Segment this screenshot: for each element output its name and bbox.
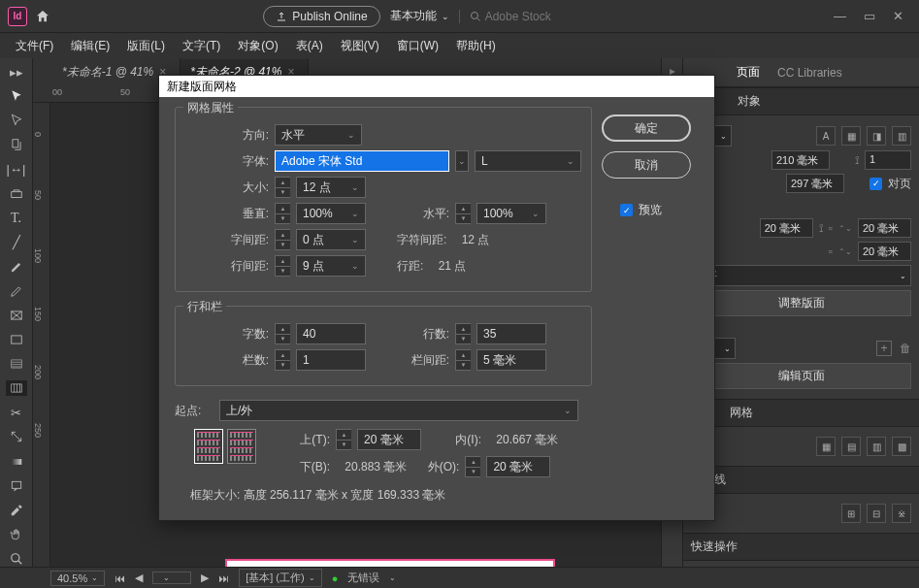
menu-view[interactable]: 视图(V) bbox=[333, 35, 387, 57]
stock-search[interactable] bbox=[459, 10, 621, 23]
publish-online-button[interactable]: Publish Online bbox=[263, 6, 379, 27]
menu-layout[interactable]: 版面(L) bbox=[119, 35, 173, 57]
prev-page-icon[interactable]: ◀ bbox=[135, 572, 143, 584]
ok-button[interactable]: 确定 bbox=[602, 114, 691, 142]
grid-view-icon[interactable]: ▥ bbox=[867, 437, 886, 456]
value-field[interactable]: 1 bbox=[865, 150, 911, 170]
lineaki-spinner[interactable]: ▲▼ bbox=[275, 255, 290, 277]
horiz-spinner[interactable]: ▲▼ bbox=[455, 203, 471, 224]
guide-icon[interactable]: ⊟ bbox=[867, 504, 886, 523]
size-spinner[interactable]: ▲▼ bbox=[275, 177, 290, 198]
top-spinner[interactable]: ▲▼ bbox=[336, 429, 351, 450]
profile-dropdown[interactable]: [基本] (工作)⌄ bbox=[239, 569, 322, 587]
horizontal-grid-tool[interactable] bbox=[6, 356, 27, 372]
home-icon[interactable] bbox=[35, 9, 50, 24]
line-aki-field[interactable]: 9 点⌄ bbox=[296, 255, 366, 277]
scissors-tool[interactable]: ✂ bbox=[6, 405, 27, 420]
type-tool[interactable]: T. bbox=[6, 211, 27, 226]
size-field[interactable]: 12 点⌄ bbox=[296, 177, 366, 198]
grid-view-icon[interactable]: ▦ bbox=[816, 437, 836, 456]
preview-checkbox[interactable]: ✓ bbox=[620, 204, 633, 216]
rectangle-frame-tool[interactable] bbox=[6, 308, 27, 323]
lines-field[interactable]: 35 bbox=[476, 323, 546, 344]
selection-tool[interactable] bbox=[6, 88, 27, 104]
page-nav-field[interactable]: ⌄ bbox=[152, 572, 191, 584]
page-tool[interactable] bbox=[6, 137, 27, 152]
preview-checkbox-row[interactable]: ✓ 预览 bbox=[620, 202, 662, 218]
icon-button[interactable]: ◨ bbox=[867, 126, 886, 146]
gradient-swatch-tool[interactable] bbox=[6, 454, 27, 470]
rectangle-tool[interactable] bbox=[6, 332, 27, 347]
menu-type[interactable]: 文字(T) bbox=[175, 35, 228, 57]
vert-spinner[interactable]: ▲▼ bbox=[275, 203, 290, 224]
margin-field[interactable]: 20 毫米 bbox=[858, 242, 911, 261]
direction-dropdown[interactable]: 水平⌄ bbox=[275, 124, 362, 146]
next-spread-icon[interactable]: ⏭ bbox=[218, 572, 229, 584]
menu-file[interactable]: 文件(F) bbox=[8, 35, 61, 57]
next-page-icon[interactable]: ▶ bbox=[201, 572, 209, 584]
orientation-dropdown[interactable]: 水平⌄ bbox=[691, 265, 911, 286]
cols-spinner[interactable]: ▲▼ bbox=[275, 349, 290, 371]
gutter-field[interactable]: 5 毫米 bbox=[476, 349, 546, 371]
icon-button[interactable]: A bbox=[816, 126, 836, 146]
icon-button[interactable]: ▥ bbox=[892, 126, 911, 146]
margin-field[interactable]: 20 毫米 bbox=[760, 218, 813, 238]
cancel-button[interactable]: 取消 bbox=[602, 151, 691, 179]
icon-button[interactable]: ▦ bbox=[841, 126, 861, 146]
horizontal-field[interactable]: 100%⌄ bbox=[476, 203, 546, 224]
margin-field[interactable]: 20 毫米 bbox=[858, 218, 911, 238]
line-tool[interactable]: ╱ bbox=[6, 235, 27, 250]
tab-cc-libraries[interactable]: CC Libraries bbox=[777, 66, 842, 80]
gutter-spinner[interactable]: ▲▼ bbox=[455, 349, 471, 371]
char-aki-field[interactable]: 0 点⌄ bbox=[296, 229, 366, 250]
content-collector-tool[interactable] bbox=[6, 185, 27, 201]
pencil-tool[interactable] bbox=[6, 283, 27, 299]
gap-tool[interactable]: |↔| bbox=[6, 161, 27, 177]
font-family-dropdown[interactable]: Adobe 宋体 Std bbox=[275, 150, 449, 172]
adjust-layout-button[interactable]: 调整版面 bbox=[691, 290, 911, 316]
font-style-dropdown[interactable]: L⌄ bbox=[475, 150, 581, 172]
lines-spinner[interactable]: ▲▼ bbox=[455, 323, 471, 344]
guide-icon[interactable]: ⊞ bbox=[841, 504, 861, 523]
columns-field[interactable]: 1 bbox=[296, 349, 366, 371]
chars-spinner[interactable]: ▲▼ bbox=[275, 323, 290, 344]
prev-spread-icon[interactable]: ⏮ bbox=[115, 572, 125, 584]
top-field[interactable]: 20 毫米 bbox=[357, 429, 421, 450]
menu-table[interactable]: 表(A) bbox=[288, 35, 331, 57]
menu-window[interactable]: 窗口(W) bbox=[389, 35, 446, 57]
outside-field[interactable]: 20 毫米 bbox=[486, 456, 550, 477]
grid-view-icon[interactable]: ▩ bbox=[892, 437, 911, 456]
grid-start-option[interactable] bbox=[227, 429, 256, 464]
hand-tool[interactable] bbox=[6, 527, 27, 542]
direct-selection-tool[interactable] bbox=[6, 113, 27, 128]
width-field[interactable]: 210 毫米 bbox=[771, 150, 830, 170]
stock-search-input[interactable] bbox=[485, 10, 621, 23]
page-object[interactable] bbox=[225, 559, 555, 567]
expand-tools-icon[interactable]: ▸▸ bbox=[6, 64, 27, 80]
outside-spinner[interactable]: ▲▼ bbox=[465, 456, 480, 477]
free-transform-tool[interactable] bbox=[6, 429, 27, 444]
menu-object[interactable]: 对象(O) bbox=[230, 35, 285, 57]
maximize-button[interactable]: ▭ bbox=[864, 9, 875, 23]
pen-tool[interactable] bbox=[6, 259, 27, 275]
guide-icon[interactable]: ※ bbox=[892, 504, 911, 523]
menu-help[interactable]: 帮助(H) bbox=[448, 35, 504, 57]
start-dropdown[interactable]: 上/外⌄ bbox=[219, 400, 578, 421]
note-tool[interactable] bbox=[6, 478, 27, 494]
vertical-field[interactable]: 100%⌄ bbox=[296, 203, 366, 224]
new-page-icon[interactable]: + bbox=[876, 341, 892, 356]
edit-page-button[interactable]: 编辑页面 bbox=[691, 363, 911, 389]
close-button[interactable]: ✕ bbox=[893, 9, 903, 23]
workspace-dropdown[interactable]: 基本功能⌄ bbox=[390, 8, 449, 24]
errors-label[interactable]: 无错误 bbox=[347, 571, 379, 585]
delete-page-icon[interactable]: 🗑 bbox=[900, 342, 911, 355]
vertical-grid-tool[interactable] bbox=[6, 380, 27, 396]
font-family-caret[interactable]: ⌄ bbox=[455, 150, 469, 172]
chars-field[interactable]: 40 bbox=[296, 323, 366, 344]
tab-pages[interactable]: 页面 bbox=[737, 64, 760, 81]
charaki-spinner[interactable]: ▲▼ bbox=[275, 229, 290, 250]
grid-view-icon[interactable]: ▤ bbox=[841, 437, 861, 456]
link-margins-icon[interactable]: ⟟ bbox=[819, 221, 823, 235]
grid-start-option[interactable] bbox=[194, 429, 223, 464]
facing-pages-checkbox[interactable]: ✓ bbox=[870, 178, 882, 190]
